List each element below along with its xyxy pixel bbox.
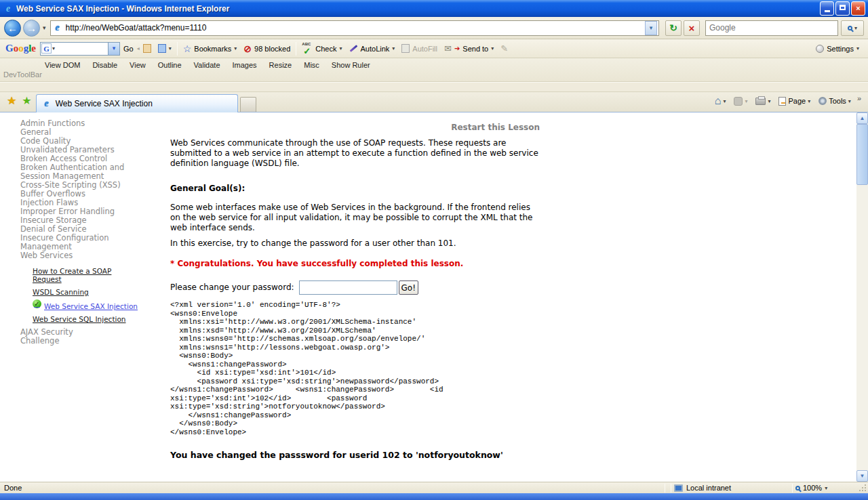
pagerank-button[interactable] [140, 43, 155, 54]
home-button[interactable]: ⌂ ▾ [713, 93, 728, 108]
scroll-up-button[interactable]: ▲ [856, 112, 868, 124]
tab-web-service-sax-injection[interactable]: e Web Service SAX Injection [36, 94, 238, 112]
zoom-level: 100% [803, 484, 822, 492]
search-button[interactable]: ▾ [841, 20, 864, 36]
ie-logo-icon: e [3, 3, 14, 14]
settings-sphere-icon [816, 45, 824, 53]
autofill-button[interactable]: AutoFill [398, 43, 441, 54]
new-tab-button[interactable] [240, 97, 256, 112]
address-field[interactable]: e ▾ [50, 20, 659, 36]
scrollbar-thumb[interactable] [856, 124, 868, 185]
print-button[interactable]: ▾ [753, 96, 772, 106]
devtool-show-ruler[interactable]: Show Ruler [332, 61, 370, 69]
dev-toolbar: View DOM Disable View Outline Validate I… [0, 58, 868, 82]
devtool-view[interactable]: View [130, 61, 146, 69]
restart-lesson-link[interactable]: Restart this Lesson [170, 123, 540, 133]
addons-button[interactable]: ▾ [155, 43, 175, 54]
devtool-images[interactable]: Images [233, 61, 257, 69]
settings-button[interactable]: Settings ▾ [812, 43, 863, 54]
zoom-icon [795, 486, 800, 491]
zoom-control[interactable]: 100% ▾ [795, 484, 858, 492]
lesson-how-to-create-soap-request[interactable]: How to Create a SOAP Request [33, 267, 142, 283]
title-bar: e Web Service SAX Injection - Windows In… [0, 0, 868, 17]
lesson-wsdl-scanning[interactable]: WSDL Scanning [33, 288, 142, 296]
menu-insecure-configuration[interactable]: Insecure Configuration Management [20, 234, 142, 251]
google-search-dropdown[interactable]: ▾ [108, 43, 119, 55]
lesson-complete-icon: ✓ [33, 299, 41, 308]
feeds-dropdown-icon: ▾ [745, 98, 747, 104]
tab-favicon: e [41, 98, 52, 109]
password-label: Please change your password: [170, 283, 294, 293]
spellcheck-button[interactable]: ABC✓ Check ▾ [298, 42, 345, 56]
addons-icon [158, 44, 166, 53]
toolbar-overflow-icon[interactable]: » [857, 94, 861, 108]
send-to-button[interactable]: ✉ ➔ Send to ▾ [441, 42, 497, 55]
page-menu-button[interactable]: Page ▾ [776, 96, 812, 107]
local-intranet-icon [674, 484, 683, 492]
status-text: Done [0, 484, 662, 492]
devtool-resize[interactable]: Resize [269, 61, 292, 69]
menu-broken-authentication[interactable]: Broken Authentication and Session Manage… [20, 163, 142, 181]
vertical-scrollbar[interactable]: ▲ ▼ [856, 112, 868, 482]
forward-button[interactable]: → [23, 20, 40, 37]
bookmarks-button[interactable]: ☆ Bookmarks ▾ [180, 42, 241, 56]
add-favorite-button[interactable]: ★ [22, 94, 31, 107]
autolink-dropdown-icon: ▾ [392, 45, 395, 51]
pagerank-icon [143, 44, 151, 53]
congratulations-message: * Congratulations. You have successfully… [170, 259, 540, 269]
stop-button[interactable]: × [684, 20, 700, 36]
popup-blocked-icon: ⊘ [243, 43, 252, 54]
resize-grip[interactable] [858, 483, 867, 493]
google-g-icon[interactable]: G [41, 43, 52, 54]
devtool-disable[interactable]: Disable [92, 61, 117, 69]
devtool-outline[interactable]: Outline [158, 61, 182, 69]
history-dropdown-icon[interactable]: ▾ [40, 24, 49, 31]
addons-dropdown-icon: ▾ [169, 45, 172, 51]
google-search-field[interactable]: G ▾ ▾ [40, 42, 120, 56]
popup-blocker-button[interactable]: ⊘ 98 blocked [240, 42, 294, 56]
minimize-icon [825, 10, 830, 12]
empty-toolbar-strip [0, 82, 868, 92]
menu-challenge[interactable]: Challenge [20, 337, 142, 346]
highlighter-button[interactable]: ✎ [497, 42, 511, 55]
password-input[interactable] [299, 280, 397, 295]
devtool-validate[interactable]: Validate [194, 61, 220, 69]
minimize-button[interactable] [820, 1, 834, 16]
devtool-misc[interactable]: Misc [304, 61, 319, 69]
browser-window: e Web Service SAX Injection - Windows In… [0, 0, 868, 500]
goal-text: Some web interfaces make use of Web Serv… [170, 203, 540, 233]
menu-web-services[interactable]: Web Services [20, 251, 142, 260]
autolink-button[interactable]: AutoLink ▾ [346, 43, 399, 54]
go-button[interactable]: Go [120, 43, 137, 54]
page-content: Admin Functions General Code Quality Unv… [0, 112, 868, 482]
soap-xml-code: <?xml version='1.0' encoding='UTF-8'?> <… [170, 301, 540, 436]
close-button[interactable]: × [851, 1, 865, 16]
home-icon: ⌂ [715, 95, 722, 107]
url-input[interactable] [66, 23, 645, 33]
bookmarks-dropdown-icon: ▾ [234, 45, 237, 51]
refresh-button[interactable]: ↻ [665, 20, 682, 36]
print-dropdown-icon: ▾ [768, 98, 770, 104]
tools-menu-button[interactable]: Tools ▾ [816, 96, 853, 106]
search-icon [848, 26, 852, 30]
g-dropdown-icon[interactable]: ▾ [52, 45, 55, 51]
search-box[interactable] [705, 20, 838, 36]
favorites-center-button[interactable]: ★ [7, 94, 16, 107]
scroll-down-button[interactable]: ▼ [856, 470, 868, 482]
url-dropdown-button[interactable]: ▾ [645, 21, 657, 35]
devtool-view-dom[interactable]: View DOM [45, 61, 80, 69]
spellcheck-icon: ABC✓ [302, 43, 313, 54]
command-bar: ⌂ ▾ ▾ ▾ Page ▾ Tools ▾ » [713, 93, 864, 112]
lesson-web-service-sax-injection[interactable]: ✓ Web Service SAX Injection [33, 302, 142, 310]
window-title: Web Service SAX Injection - Windows Inte… [16, 4, 818, 14]
search-input[interactable] [706, 23, 837, 33]
lesson-web-service-sql-injection[interactable]: Web Service SQL Injection [33, 315, 142, 323]
send-to-dropdown-icon: ▾ [491, 45, 494, 51]
google-toolbar: Google G ▾ ▾ Go ◂ ▾ ☆ Bookmarks ▾ ⊘ 98 b… [0, 39, 868, 58]
back-button[interactable]: ← [4, 20, 21, 37]
go-button[interactable]: Go! [399, 280, 418, 295]
google-logo: Google [5, 43, 36, 54]
feeds-button[interactable]: ▾ [732, 96, 749, 107]
exercise-text: In this exercise, try to change the pass… [170, 238, 540, 249]
maximize-button[interactable] [835, 1, 850, 16]
